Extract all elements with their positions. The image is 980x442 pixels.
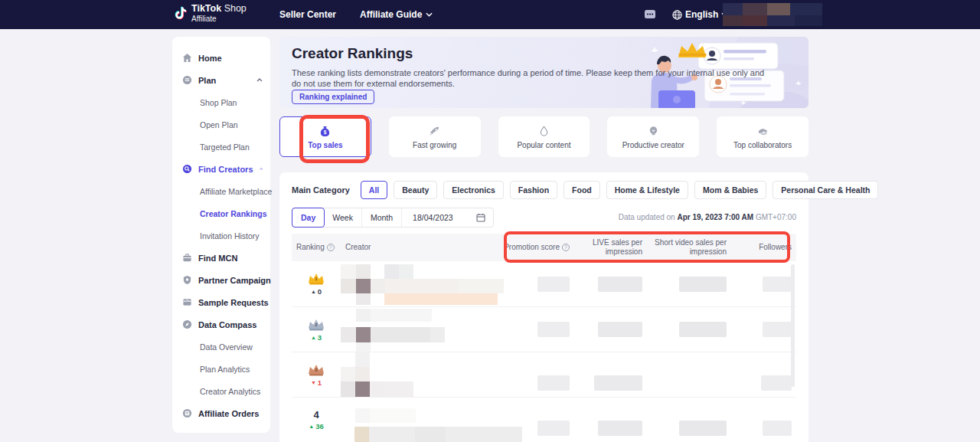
table-row[interactable]: 2 ▲3 <box>292 306 796 352</box>
category-chip-home-lifestyle[interactable]: Home & Lifestyle <box>606 181 688 199</box>
rank-change: ▲36 <box>309 422 324 431</box>
redacted-metric <box>647 398 731 442</box>
sidebar-item-creator-analytics[interactable]: Creator Analytics <box>172 380 270 402</box>
logo-shop: Shop <box>224 3 247 14</box>
sidebar-item-label: Targeted Plan <box>200 142 250 152</box>
sidebar-item-affiliate-marketplace[interactable]: Affiliate Marketplace <box>172 180 270 202</box>
nav-affiliate-guide[interactable]: Affiliate Guide <box>360 0 433 29</box>
sidebar-item-affiliate-orders[interactable]: Affiliate Orders <box>172 402 270 424</box>
category-chip-personal-care[interactable]: Personal Care & Health <box>773 181 878 199</box>
column-followers: Followers <box>731 243 796 252</box>
redacted-creator-data <box>341 261 459 306</box>
sidebar-item-label: Home <box>198 54 222 63</box>
page-description: These ranking lists demonstrate creators… <box>292 67 770 89</box>
sidebar-item-plan-analytics[interactable]: Plan Analytics <box>172 358 270 380</box>
sidebar-item-data-compass[interactable]: Data Compass <box>172 313 270 336</box>
table-row[interactable]: 3 ▼1 <box>292 352 796 397</box>
sidebar-item-sample-requests[interactable]: Sample Requests <box>172 291 270 313</box>
redacted-metric <box>731 261 796 306</box>
sidebar-item-label: Find MCN <box>198 254 237 263</box>
category-chip-beauty[interactable]: Beauty <box>394 181 437 199</box>
sidebar-item-invitation-history[interactable]: Invitation History <box>172 224 270 247</box>
redacted-metric <box>731 398 796 442</box>
sidebar-item-label: Partner Campaign <box>198 276 271 285</box>
column-creator: Creator <box>341 243 459 252</box>
tab-productive-creator[interactable]: Productive creator <box>607 116 699 157</box>
category-chip-food[interactable]: Food <box>564 181 600 199</box>
svg-text:$: $ <box>324 129 327 135</box>
sidebar-item-home[interactable]: Home <box>172 47 270 69</box>
orders-icon <box>182 408 192 418</box>
gold-crown-icon: 1 <box>307 272 325 286</box>
redacted-creator-data <box>341 307 459 352</box>
date-value: 18/04/2023 <box>413 213 453 222</box>
chevron-up-icon <box>256 78 263 82</box>
sidebar-item-label: Creator Rankings <box>200 209 267 218</box>
sidebar-item-partner-campaign[interactable]: Partner Campaign <box>172 269 270 291</box>
box-icon <box>182 297 192 307</box>
column-promotion-score: Promotion score? <box>459 243 574 252</box>
info-icon[interactable]: ? <box>327 244 335 251</box>
category-chip-electronics[interactable]: Electronics <box>443 181 504 199</box>
sidebar-item-data-overview[interactable]: Data Overview <box>172 336 270 358</box>
tab-label: Fast growing <box>413 141 456 149</box>
top-navigation-bar: TikTok Shop Affiliate Seller Center Affi… <box>0 0 980 29</box>
category-chip-fashion[interactable]: Fashion <box>510 181 557 199</box>
redacted-metric <box>731 352 796 397</box>
silver-crown-icon: 2 <box>307 318 325 332</box>
logo-brand: TikTok <box>191 3 221 14</box>
find-creators-icon <box>182 164 192 174</box>
sidebar-item-label: Affiliate Orders <box>198 409 259 418</box>
redacted-metric <box>574 398 647 442</box>
rank-change: ▼1 <box>311 378 322 387</box>
column-ranking: Ranking? <box>292 243 341 252</box>
sidebar-item-find-creators[interactable]: Find Creators <box>172 158 270 180</box>
period-filter-row: Day Week Month 18/04/2023 Data updated o… <box>292 208 796 228</box>
nav-affiliate-guide-label: Affiliate Guide <box>360 9 422 20</box>
period-day[interactable]: Day <box>292 208 325 228</box>
table-row[interactable]: 1 ▲0 <box>292 261 796 306</box>
redacted-creator-data <box>341 398 459 442</box>
rank-change: ▲3 <box>311 333 322 342</box>
category-filter-row: Main Category All Beauty Electronics Fas… <box>292 181 878 199</box>
category-chip-all[interactable]: All <box>361 181 387 199</box>
lightbulb-icon <box>647 125 660 138</box>
tiktok-shop-affiliate-logo[interactable]: TikTok Shop Affiliate <box>175 4 247 23</box>
plan-icon <box>182 75 192 85</box>
date-picker[interactable]: 18/04/2023 <box>402 208 493 227</box>
sidebar-item-plan[interactable]: Plan <box>172 69 270 91</box>
period-month[interactable]: Month <box>362 208 402 227</box>
language-label: English <box>685 9 718 20</box>
tab-top-collaborators[interactable]: Top collaborators <box>717 116 808 157</box>
nav-seller-center[interactable]: Seller Center <box>279 0 336 29</box>
redacted-metric <box>647 352 731 397</box>
tab-popular-content[interactable]: Popular content <box>498 116 590 157</box>
sidebar-item-label: Sample Requests <box>198 298 269 307</box>
ranking-explained-button[interactable]: Ranking explained <box>292 90 374 104</box>
period-week[interactable]: Week <box>324 208 362 227</box>
language-selector[interactable]: English <box>672 0 728 29</box>
category-chip-mom-babies[interactable]: Mom & Babies <box>694 181 766 199</box>
sidebar-item-open-plan[interactable]: Open Plan <box>172 113 270 136</box>
redacted-metric <box>459 352 574 397</box>
tab-top-sales[interactable]: $ Top sales <box>279 116 371 157</box>
briefcase-icon <box>182 253 192 263</box>
vertical-scrollbar[interactable] <box>791 264 795 387</box>
tab-label: Top collaborators <box>733 141 792 149</box>
tab-fast-growing[interactable]: Fast growing <box>389 116 481 157</box>
user-account-redacted[interactable] <box>723 3 822 26</box>
sidebar-item-find-mcn[interactable]: Find MCN <box>172 247 270 269</box>
sidebar-item-shop-plan[interactable]: Shop Plan <box>172 91 270 113</box>
sidebar-item-creator-rankings[interactable]: Creator Rankings <box>172 202 270 224</box>
table-row[interactable]: 4 ▲36 <box>292 397 796 442</box>
sidebar-item-label: Creator Analytics <box>200 387 260 396</box>
info-icon[interactable]: ? <box>562 244 570 251</box>
sidebar-item-targeted-plan[interactable]: Targeted Plan <box>172 136 270 158</box>
creator-rankings-page: TikTok Shop Affiliate Seller Center Affi… <box>0 0 980 442</box>
logo-affiliate: Affiliate <box>191 15 247 23</box>
compass-icon <box>182 319 192 329</box>
tab-label: Productive creator <box>622 141 684 149</box>
calendar-icon <box>476 213 485 222</box>
chat-message-icon[interactable] <box>644 8 656 21</box>
page-header-banner: Creator Rankings These ranking lists dem… <box>279 37 808 108</box>
